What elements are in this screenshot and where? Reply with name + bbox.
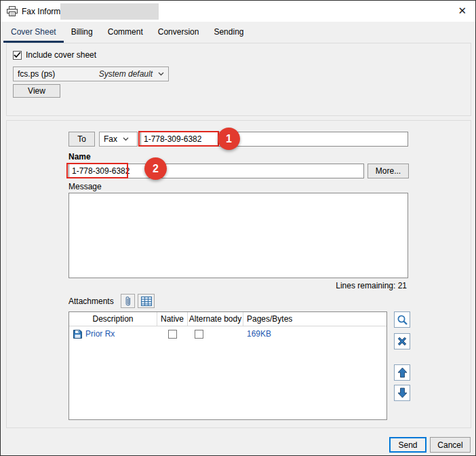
destination-type-value: Fax	[100, 134, 117, 144]
lines-remaining-text: Lines remaining: 21	[336, 281, 407, 290]
to-button[interactable]: To	[68, 132, 95, 147]
delete-x-icon	[397, 336, 408, 347]
redacted-region	[60, 3, 159, 20]
annotation-box-1	[138, 131, 219, 147]
name-label: Name	[68, 152, 91, 162]
cancel-button[interactable]: Cancel	[430, 437, 471, 453]
attachments-table-header: Description Native Alternate body Pages/…	[69, 312, 386, 326]
attachments-table: Description Native Alternate body Pages/…	[68, 311, 387, 420]
checkbox-checked-icon[interactable]	[13, 51, 22, 60]
tab-billing[interactable]: Billing	[64, 23, 100, 43]
save-icon	[73, 330, 82, 339]
destination-type-select[interactable]: Fax	[99, 132, 138, 147]
cover-sheet-file-select[interactable]: fcs.ps (ps) System default	[13, 66, 169, 81]
view-button[interactable]: View	[13, 84, 60, 98]
cover-sheet-file-value: fcs.ps (ps)	[14, 69, 55, 79]
attachments-label: Attachments	[68, 297, 114, 306]
insert-table-icon	[141, 297, 152, 306]
tab-cover-sheet[interactable]: Cover Sheet	[3, 23, 64, 43]
move-up-button[interactable]	[394, 364, 410, 381]
tab-conversion[interactable]: Conversion	[151, 23, 207, 43]
column-header-native: Native	[157, 312, 188, 326]
tab-strip: Cover Sheet Billing Comment Conversion S…	[3, 23, 251, 43]
more-button[interactable]: More...	[368, 164, 409, 178]
tab-comment[interactable]: Comment	[100, 23, 151, 43]
cover-sheet-file-mode: System default	[99, 69, 153, 79]
annotation-callout-1: 1	[218, 128, 240, 150]
message-label: Message	[68, 182, 102, 191]
view-attachment-button[interactable]	[394, 311, 410, 328]
include-cover-sheet-label: Include cover sheet	[26, 50, 96, 60]
titlebar: Fax Information ✕	[1, 1, 475, 22]
fax-information-dialog: Fax Information ✕ Cover Sheet Billing Co…	[0, 0, 476, 456]
column-header-alternate-body: Alternate body	[188, 312, 243, 326]
native-checkbox[interactable]	[168, 330, 177, 339]
annotation-box-2	[66, 163, 128, 178]
arrow-up-icon	[397, 367, 408, 378]
search-icon	[397, 314, 408, 326]
column-header-description: Description	[69, 312, 157, 326]
attach-file-button[interactable]	[121, 294, 135, 308]
annotation-callout-2: 2	[144, 157, 167, 180]
move-down-button[interactable]	[394, 385, 410, 401]
column-header-pages-bytes: Pages/Bytes	[243, 312, 386, 326]
remove-attachment-button[interactable]	[394, 333, 410, 349]
attachment-row[interactable]: Prior Rx 169KB	[69, 326, 386, 341]
chevron-down-icon	[158, 72, 164, 76]
send-button[interactable]: Send	[389, 437, 427, 453]
attachment-description: Prior Rx	[85, 329, 115, 339]
include-cover-sheet-row[interactable]: Include cover sheet	[13, 50, 96, 60]
chevron-down-icon	[123, 137, 129, 141]
message-textarea[interactable]	[68, 193, 408, 278]
close-icon[interactable]: ✕	[458, 5, 467, 16]
paperclip-icon	[125, 296, 132, 307]
arrow-down-icon	[397, 387, 408, 398]
fax-printer-icon	[7, 6, 18, 18]
attach-library-button[interactable]	[138, 294, 155, 308]
attachment-size: 169KB	[243, 329, 386, 339]
alternate-body-checkbox[interactable]	[195, 330, 203, 339]
tab-sending[interactable]: Sending	[206, 23, 251, 43]
